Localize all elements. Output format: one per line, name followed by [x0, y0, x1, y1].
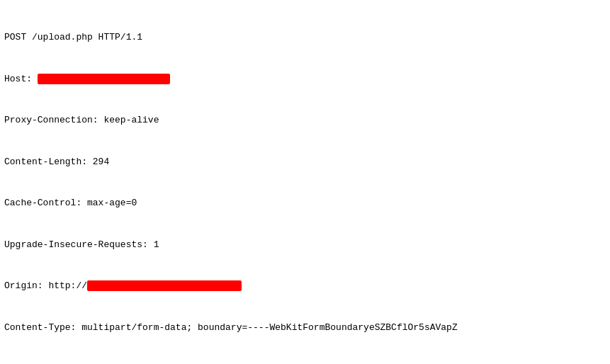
request-line-content-type-header: Content-Type: multipart/form-data; bound…	[4, 321, 606, 335]
request-line-origin: Origin: http://	[4, 279, 606, 293]
redacted-host	[38, 74, 170, 84]
request-line-upgrade: Upgrade-Insecure-Requests: 1	[4, 238, 606, 252]
request-line-content-length: Content-Length: 294	[4, 155, 606, 169]
request-line-host: Host:	[4, 72, 606, 86]
request-line-cache: Cache-Control: max-age=0	[4, 196, 606, 210]
redacted-origin	[87, 280, 242, 291]
request-line-1: POST /upload.php HTTP/1.1	[4, 30, 606, 45]
http-request-content: POST /upload.php HTTP/1.1 Host: Proxy-Co…	[0, 0, 610, 364]
request-line-proxy: Proxy-Connection: keep-alive	[4, 113, 606, 127]
